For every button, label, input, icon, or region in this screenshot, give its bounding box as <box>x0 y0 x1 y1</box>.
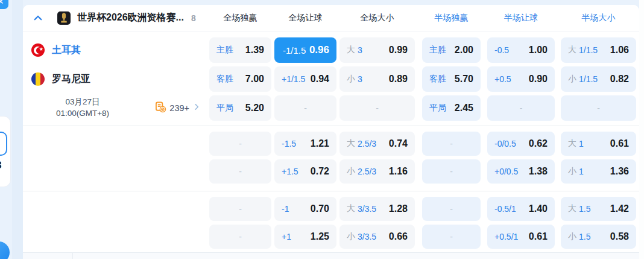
close-icon[interactable]: ✕ <box>0 0 8 9</box>
match-date: 03月27日 <box>37 97 128 108</box>
odds-cell-empty: - <box>487 95 555 121</box>
odds-cell[interactable]: +1/1.50.94 <box>274 66 336 92</box>
league-match-count: 8 <box>191 13 196 23</box>
odds-cell-empty: - <box>209 197 271 221</box>
odds-cell[interactable]: 小3/3.50.66 <box>339 225 415 249</box>
odds-cell[interactable]: 客胜5.70 <box>422 66 481 92</box>
odds-cell-empty: - <box>274 95 336 121</box>
column-header-ht-handicap: 半场让球 <box>487 13 555 24</box>
odds-cell[interactable]: +0/0.51.38 <box>487 159 555 184</box>
odds-cell-empty: - <box>209 225 271 249</box>
odds-row: - +1.50.72 小2.5/31.16 - +0/0.51.38 小11.3… <box>23 159 639 184</box>
league-header: 世界杯2026欧洲资格赛... 8 全场独赢 全场让球 全场大小 半场独赢 半场… <box>23 5 639 31</box>
odds-cell[interactable]: -0.5/11.40 <box>487 197 555 221</box>
column-header-ft-overunder: 全场大小 <box>339 13 415 24</box>
league-header-left[interactable]: 世界杯2026欧洲资格赛... 8 <box>23 11 209 25</box>
odds-cell-empty: - <box>209 132 271 156</box>
odds-cell[interactable]: 小1.50.58 <box>561 225 636 249</box>
odds-cell-empty: - <box>422 197 481 221</box>
league-title: 世界杯2026欧洲资格赛... <box>77 11 184 24</box>
column-header-ft-handicap: 全场让球 <box>274 13 336 24</box>
odds-cell-selected[interactable]: -1/1.50.96 <box>274 37 336 63</box>
odds-panel: 世界杯2026欧洲资格赛... 8 全场独赢 全场让球 全场大小 半场独赢 半场… <box>23 5 639 252</box>
odds-cell[interactable]: 小1/1.50.82 <box>561 66 636 92</box>
odds-cell[interactable]: +11.25 <box>274 225 336 249</box>
odds-row: - +11.25 小3/3.50.66 - +0.5/10.61 小1.50.5… <box>23 225 639 249</box>
odds-cell[interactable]: +0.50.90 <box>487 66 555 92</box>
odds-row: - -1.51.21 大2.5/30.74 - -0/0.50.62 大10.6… <box>23 132 639 156</box>
match-meta-row: 03月27日 01:00(GMT+8) <box>23 95 639 121</box>
column-header-ht-overunder: 半场大小 <box>561 13 636 24</box>
odds-cell[interactable]: 大30.99 <box>339 37 415 63</box>
column-header-ft-1x2: 全场独赢 <box>209 13 271 24</box>
odds-group-2: - -1.51.21 大2.5/30.74 - -0/0.50.62 大10.6… <box>23 126 639 191</box>
odds-cell[interactable]: -1.51.21 <box>274 132 336 156</box>
markets-icon <box>155 101 166 115</box>
team-row-away: 罗马尼亚 客胜7.00 +1/1.50.94 小30.89 客胜5.70 +0.… <box>23 66 639 92</box>
odds-cell[interactable]: 大3/3.51.28 <box>339 197 415 221</box>
odds-group-3: - -10.70 大3/3.51.28 - -0.5/11.40 大1.51.4… <box>23 191 639 249</box>
match-time: 01:00(GMT+8) <box>37 108 128 120</box>
match-datetime: 03月27日 01:00(GMT+8) <box>37 97 128 120</box>
odds-cell[interactable]: 小11.36 <box>561 159 636 184</box>
odds-cell[interactable]: -10.70 <box>274 197 336 221</box>
odds-cell[interactable]: 大1.51.42 <box>561 197 636 221</box>
odds-cell-empty: - <box>422 132 481 156</box>
left-button-fragment[interactable] <box>0 132 7 156</box>
odds-cell-empty: - <box>339 95 415 121</box>
left-text-fragment: 8 <box>0 159 5 173</box>
chevron-right-icon <box>192 103 201 114</box>
odds-cell[interactable]: 平局2.45 <box>422 95 481 121</box>
away-team-name: 罗马尼亚 <box>52 73 90 86</box>
next-section-edge <box>23 252 639 259</box>
column-header-ht-1x2: 半场独赢 <box>422 13 481 24</box>
team-row-home: ★ 土耳其 主胜1.39 -1/1.50.96 大30.99 主胜2.00 -0… <box>23 37 639 63</box>
odds-cell[interactable]: +1.50.72 <box>274 159 336 184</box>
romania-flag-icon <box>31 72 45 86</box>
odds-cell[interactable]: 小30.89 <box>339 66 415 92</box>
odds-cell[interactable]: 大1/1.51.06 <box>561 37 636 63</box>
home-team-name: 土耳其 <box>52 44 81 57</box>
odds-cell-empty: - <box>209 159 271 184</box>
odds-cell-empty: - <box>422 225 481 249</box>
chevron-up-icon[interactable] <box>31 11 45 25</box>
odds-cell[interactable]: -0/0.50.62 <box>487 132 555 156</box>
odds-cell[interactable]: -0.51.00 <box>487 37 555 63</box>
turkey-flag-icon: ★ <box>31 43 45 57</box>
odds-row: - -10.70 大3/3.51.28 - -0.5/11.40 大1.51.4… <box>23 197 639 221</box>
odds-cell[interactable]: 平局5.20 <box>209 95 271 121</box>
left-sidebar-strip <box>12 0 23 259</box>
odds-cell[interactable]: 大10.61 <box>561 132 636 156</box>
odds-cell[interactable]: 小2.5/31.16 <box>339 159 415 184</box>
close-icon-glyph: ✕ <box>0 0 4 6</box>
more-markets-link[interactable]: 239+ <box>155 101 201 115</box>
markets-count: 239+ <box>169 103 189 113</box>
odds-cell[interactable]: 主胜1.39 <box>209 37 271 63</box>
odds-cell[interactable]: +0.5/10.61 <box>487 225 555 249</box>
odds-cell[interactable]: 大2.5/30.74 <box>339 132 415 156</box>
odds-cell-empty: - <box>422 159 481 184</box>
odds-cell[interactable]: 主胜2.00 <box>422 37 481 63</box>
odds-group-main: ★ 土耳其 主胜1.39 -1/1.50.96 大30.99 主胜2.00 -0… <box>23 31 639 126</box>
odds-cell[interactable]: 客胜7.00 <box>209 66 271 92</box>
trophy-icon <box>57 11 71 25</box>
odds-cell-empty: - <box>561 95 636 121</box>
